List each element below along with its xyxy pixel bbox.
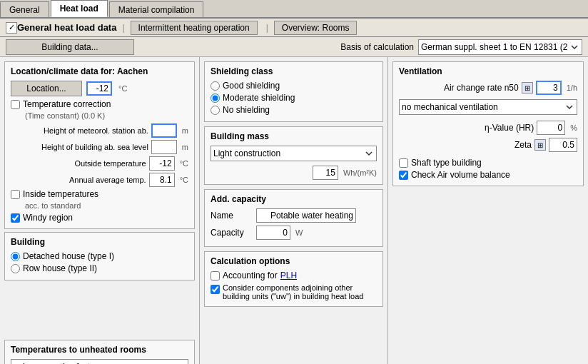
- zeta-input[interactable]: [549, 138, 577, 152]
- windy-region-label: Windy region: [23, 213, 73, 223]
- building-units-check[interactable]: [211, 285, 220, 294]
- temp-correction-check[interactable]: [11, 100, 20, 109]
- moderate-shielding-label: Moderate shielding: [223, 93, 295, 103]
- unheated-title: Temperatures to unheated rooms: [11, 345, 188, 355]
- consider-label: Consider components adjoining other: [223, 283, 363, 292]
- capacity-label: Capacity: [211, 228, 253, 238]
- unheated-section: Temperatures to unheated rooms using cor…: [4, 340, 195, 364]
- building-height-input[interactable]: [151, 140, 177, 154]
- acc-standard-label: acc. to standard: [25, 201, 81, 210]
- shielding-title: Shielding class: [211, 66, 377, 76]
- inside-temps-label: Inside temperatures: [23, 189, 98, 199]
- no-shielding-label: No shielding: [223, 105, 270, 115]
- add-capacity-title: Add. capacity: [211, 194, 377, 204]
- left-panel: Location/climate data for: Aachen Locati…: [0, 57, 200, 364]
- windy-region-check[interactable]: [11, 213, 20, 223]
- moderate-shielding-radio[interactable]: [211, 93, 220, 103]
- meteo-label: Height of meteorol. station ab.: [44, 126, 148, 135]
- inside-temps-check[interactable]: [11, 190, 20, 199]
- zeta-grid-icon[interactable]: ⊞: [534, 139, 546, 151]
- tab-material[interactable]: Material compilation: [109, 1, 204, 17]
- detached-label: Detached house (type I): [23, 251, 114, 261]
- building-mass-title: Building mass: [211, 131, 377, 141]
- check-air-label: Check Air volume balance: [411, 170, 510, 180]
- name-label: Name: [211, 211, 253, 221]
- ventilation-title: Ventilation: [399, 66, 577, 76]
- subtab-general-heat[interactable]: General heat load data: [17, 22, 116, 33]
- add-capacity-section: Add. capacity Name Capacity W: [204, 189, 383, 247]
- building-data-btn[interactable]: Building data...: [6, 39, 134, 55]
- good-shielding-radio[interactable]: [211, 81, 220, 91]
- sep1: |: [122, 23, 124, 33]
- capacity-input[interactable]: [256, 226, 290, 240]
- building-section: Building Detached house (type I) Row hou…: [4, 232, 195, 280]
- check-air-check[interactable]: [399, 171, 408, 180]
- plh-link[interactable]: PLH: [280, 271, 297, 280]
- temp-input[interactable]: [86, 81, 112, 96]
- wh-unit: Wh/(m²K): [343, 168, 377, 177]
- wh-input[interactable]: [313, 166, 338, 180]
- building-mass-section: Building mass Light construction Wh/(m²K…: [204, 126, 383, 185]
- shaft-type-label: Shaft type building: [411, 158, 482, 168]
- annual-unit: °C: [180, 176, 188, 184]
- building-units-label: building units ("uw") in building heat l…: [223, 292, 363, 300]
- zeta-label: Zeta: [514, 140, 532, 150]
- air-unit: 1/h: [567, 84, 577, 92]
- outside-temp-input[interactable]: [149, 156, 175, 171]
- capacity-unit: W: [295, 228, 303, 237]
- tabs-bar: General Heat load Material compilation: [0, 0, 588, 19]
- subtabs-bar: ✓ General heat load data | Intermittent …: [0, 19, 588, 37]
- annual-avg-input[interactable]: [149, 173, 175, 187]
- ventilation-section: Ventilation Air change rate n50 ⊞ 1/h no…: [392, 61, 584, 186]
- meteo-input[interactable]: [151, 123, 177, 138]
- subtab-intermittent[interactable]: Intermittent heating operation: [131, 21, 258, 35]
- unheated-select[interactable]: using correction factor: [11, 359, 188, 364]
- subtab-overview[interactable]: Overview: Rooms: [274, 21, 358, 35]
- shaft-type-check[interactable]: [399, 158, 408, 168]
- n-value-label: η-Value (HR): [485, 123, 534, 133]
- temp-unit: °C: [118, 84, 127, 93]
- time-constant-label: (Time constant) (0.0 K): [25, 111, 105, 120]
- air-change-label: Air change rate n50: [444, 83, 519, 93]
- calc-basis-select[interactable]: German suppl. sheet 1 to EN 12831 (2003): [418, 39, 582, 55]
- tab-heat-load[interactable]: Heat load: [51, 0, 108, 17]
- outside-unit: °C: [180, 159, 188, 168]
- general-check-icon[interactable]: ✓: [6, 22, 17, 34]
- building-mass-select[interactable]: Light construction: [211, 146, 377, 161]
- air-change-input[interactable]: [536, 81, 562, 95]
- n-value-input[interactable]: [537, 121, 565, 135]
- location-title: Location/climate data for: Aachen: [11, 66, 188, 76]
- building-height-label: Height of building ab. sea level: [41, 143, 148, 151]
- building-height-unit: m: [182, 143, 188, 151]
- location-btn[interactable]: Location...: [11, 81, 82, 96]
- annual-avg-label: Annual average temp.: [69, 176, 146, 184]
- calc-options-section: Calculation options Accounting for PLH C…: [204, 251, 383, 307]
- vent-type-select[interactable]: no mechanical ventilation: [399, 99, 577, 115]
- tab-general[interactable]: General: [0, 1, 49, 17]
- outside-temp-label: Outside temperature: [74, 159, 146, 168]
- right-panel: Ventilation Air change rate n50 ⊞ 1/h no…: [388, 57, 588, 364]
- no-shielding-radio[interactable]: [211, 106, 220, 115]
- building-title: Building: [11, 237, 188, 247]
- detached-radio[interactable]: [11, 252, 20, 261]
- meteo-unit: m: [182, 126, 188, 135]
- row-house-label: Row house (type II): [23, 263, 97, 273]
- air-change-grid-icon[interactable]: ⊞: [522, 82, 533, 93]
- plh-label: Accounting for: [223, 271, 278, 280]
- sep2: |: [266, 23, 268, 33]
- main-container: Location/climate data for: Aachen Locati…: [0, 57, 588, 364]
- middle-panel: Shielding class Good shielding Moderate …: [200, 57, 388, 364]
- name-input[interactable]: [256, 208, 356, 223]
- n-unit: %: [570, 123, 577, 132]
- plh-check[interactable]: [211, 271, 220, 280]
- good-shielding-label: Good shielding: [223, 81, 280, 91]
- shielding-section: Shielding class Good shielding Moderate …: [204, 61, 383, 122]
- basis-label: Basis of calculation: [340, 42, 414, 52]
- calc-options-title: Calculation options: [211, 256, 377, 266]
- location-section: Location/climate data for: Aachen Locati…: [4, 61, 195, 229]
- row-house-radio[interactable]: [11, 264, 20, 273]
- temp-correction-label: Temperature correction: [23, 99, 111, 109]
